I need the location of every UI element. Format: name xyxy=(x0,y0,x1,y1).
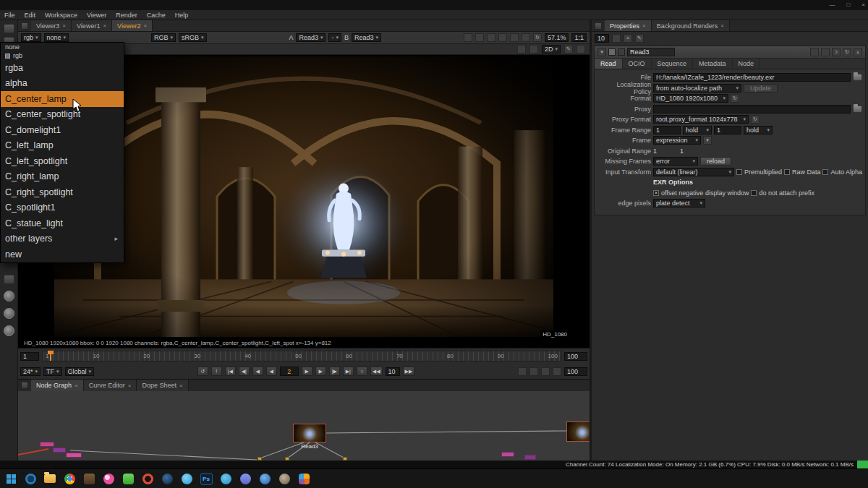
revert-icon[interactable]: ↻ xyxy=(843,48,851,56)
tab-ocio[interactable]: OCIO xyxy=(623,59,652,69)
display-mode-icon[interactable] xyxy=(464,33,472,42)
file-explorer-icon[interactable] xyxy=(43,471,57,486)
next-keyframe-button[interactable]: |▶ xyxy=(329,367,340,376)
frame-range-end-field[interactable]: 1 xyxy=(714,126,741,134)
app-icon-1[interactable] xyxy=(82,471,96,486)
frame-expr-dropdown-icon[interactable]: ▾ xyxy=(703,136,712,145)
grade-node[interactable] xyxy=(501,452,514,457)
frame-warning-button[interactable]: ! xyxy=(211,367,222,376)
zoom-level[interactable]: 57.1% xyxy=(545,33,569,42)
folder-browse-icon[interactable] xyxy=(853,106,862,113)
format-select[interactable]: HD_1080 1920x1080▾ xyxy=(653,94,728,103)
localization-policy-select[interactable]: from auto-localize path▾ xyxy=(653,84,741,93)
tab-background-renders[interactable]: Background Renders × xyxy=(652,20,730,31)
minimize-button[interactable]: — xyxy=(829,0,835,10)
discord-icon[interactable] xyxy=(238,471,252,486)
menu-workspace[interactable]: Workspace xyxy=(45,12,77,19)
wipe-icon[interactable] xyxy=(475,33,484,42)
render-flipbook-icon[interactable] xyxy=(518,367,527,376)
search-icon[interactable] xyxy=(23,471,38,486)
current-frame-field[interactable]: 2 xyxy=(280,367,299,376)
close-icon[interactable]: × xyxy=(179,382,183,389)
pane-menu-icon[interactable] xyxy=(595,22,602,30)
layer-option-alpha[interactable]: alpha xyxy=(1,76,124,92)
menu-viewer[interactable]: Viewer xyxy=(87,12,106,19)
close-icon[interactable]: × xyxy=(720,22,724,29)
image-tool-icon[interactable] xyxy=(4,24,14,33)
gimp-icon[interactable] xyxy=(277,471,292,486)
telegram-icon[interactable] xyxy=(218,471,233,486)
folder-browse-icon[interactable] xyxy=(853,74,862,81)
read-node-2[interactable] xyxy=(566,421,590,442)
grade-node[interactable] xyxy=(40,442,54,447)
safe-zone-icon[interactable] xyxy=(529,45,538,53)
candy-app-icon[interactable] xyxy=(101,471,116,486)
tab-dope-sheet[interactable]: Dope Sheet × xyxy=(137,380,188,391)
close-icon[interactable]: × xyxy=(75,382,78,389)
edge-pixels-select[interactable]: plate detect▾ xyxy=(653,199,705,207)
start-button[interactable] xyxy=(4,471,18,486)
maximize-button[interactable]: □ xyxy=(846,0,850,10)
menu-file[interactable]: File xyxy=(4,12,15,19)
opera-icon[interactable] xyxy=(140,471,155,486)
layer-select[interactable]: rgb▾ xyxy=(21,33,41,42)
blend-select[interactable]: -▾ xyxy=(328,33,341,42)
frame-ruler[interactable]: 1 10 20 30 40 50 60 70 80 90 100 xyxy=(42,351,561,361)
proxy-format-select[interactable]: root.proxy_format 1024x778▾ xyxy=(653,115,749,124)
play-backward-button[interactable]: ◀ xyxy=(266,367,277,376)
format-refresh-icon[interactable]: ↻ xyxy=(731,94,739,103)
layer-option-c-center-spotlight[interactable]: C_center_spotlight xyxy=(1,107,124,123)
range-in-field[interactable]: 1 xyxy=(20,352,39,361)
layer-option-other-layers[interactable]: other layers▸ xyxy=(1,231,124,247)
close-icon[interactable]: × xyxy=(62,22,66,29)
frame-range-hold2-select[interactable]: hold▾ xyxy=(744,126,773,134)
premultiplied-checkbox[interactable] xyxy=(736,169,742,175)
tab-sequence[interactable]: Sequence xyxy=(652,59,694,69)
node-color-swatch[interactable] xyxy=(608,48,616,56)
menu-edit[interactable]: Edit xyxy=(25,12,36,19)
browser-icon[interactable] xyxy=(258,471,272,486)
edit-icon[interactable]: ✎ xyxy=(635,34,644,43)
step-back-button[interactable]: ◀ xyxy=(252,367,263,376)
roi-icon[interactable] xyxy=(498,33,507,42)
refresh-icon[interactable]: ↻ xyxy=(533,33,542,42)
file-path-field[interactable]: H:/tanaka/IZcafe_1223/render/beauty.exr xyxy=(653,73,851,82)
range-out-field-2[interactable]: 100 xyxy=(564,367,587,376)
layer-option-none[interactable]: none xyxy=(1,43,124,51)
close-icon[interactable]: × xyxy=(128,382,132,389)
layer-option-c-center-lamp[interactable]: C_center_lamp xyxy=(1,91,124,107)
float-panel-icon[interactable] xyxy=(821,48,830,56)
layer-option-c-left-spotlight[interactable]: C_left_spotlight xyxy=(1,153,124,169)
tab-viewer2[interactable]: Viewer2 × xyxy=(112,20,153,31)
grade-node[interactable] xyxy=(66,453,82,458)
pane-menu-icon[interactable] xyxy=(21,382,28,389)
missing-frames-select[interactable]: error▾ xyxy=(653,157,698,166)
input-transform-select[interactable]: default (linear)▾ xyxy=(653,168,734,176)
steam-icon[interactable] xyxy=(160,471,174,486)
collapse-icon[interactable]: ▾ xyxy=(597,48,606,56)
read3-node[interactable] xyxy=(293,424,326,442)
tab-node[interactable]: Node xyxy=(733,59,761,69)
proxy-toggle-icon[interactable] xyxy=(510,33,519,42)
jump-back-button[interactable]: ◀◀ xyxy=(370,367,383,376)
auto-alpha-checkbox[interactable] xyxy=(822,169,828,175)
fps-select[interactable]: 24*▾ xyxy=(20,367,41,376)
offset-negative-checkbox[interactable]: × xyxy=(653,190,659,196)
help-icon[interactable]: ? xyxy=(832,48,841,56)
a-input-select[interactable]: Read3▾ xyxy=(296,33,326,42)
pin-icon[interactable] xyxy=(612,34,621,43)
plugins-icon[interactable] xyxy=(4,308,14,319)
no-prefix-checkbox[interactable] xyxy=(751,190,757,196)
clear-panels-icon[interactable]: × xyxy=(624,34,632,43)
checkerboard-icon[interactable] xyxy=(487,33,495,42)
frame-range-start-field[interactable]: 1 xyxy=(653,126,681,134)
lut-select[interactable]: sRGB▾ xyxy=(179,33,207,42)
max-panels-field[interactable]: 10 xyxy=(595,34,609,43)
grade-node[interactable] xyxy=(524,455,536,460)
loop-button[interactable]: ↺ xyxy=(197,367,208,376)
reload-button[interactable]: reload xyxy=(700,157,731,166)
skip-start-button[interactable]: |◀ xyxy=(225,367,236,376)
tab-properties[interactable]: Properties × xyxy=(605,20,652,31)
help-icon[interactable] xyxy=(4,325,14,336)
close-panel-icon[interactable]: × xyxy=(854,48,862,56)
